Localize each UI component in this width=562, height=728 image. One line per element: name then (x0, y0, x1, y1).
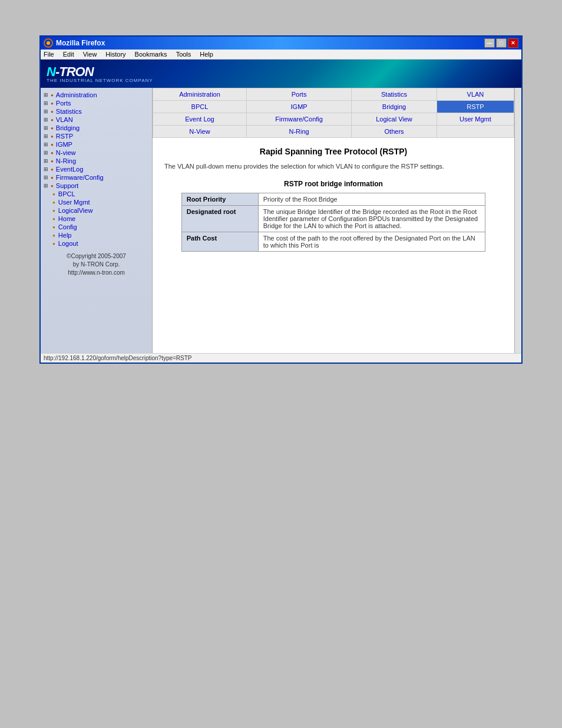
bullet-icon: ● (51, 101, 54, 106)
menu-history[interactable]: History (105, 51, 125, 58)
value-root-priority: Priority of the Root Bridge (258, 193, 485, 206)
value-designated-root: The unique Bridge Identifier of the Brid… (258, 206, 485, 232)
sidebar-item-logout[interactable]: ● Logout (41, 239, 152, 248)
logo: N-TRON THE INDUSTRIAL NETWORK COMPANY (47, 64, 153, 83)
nav-usermgmt[interactable]: User Mgmt (459, 116, 491, 123)
sidebar-link-bpcl[interactable]: BPCL (58, 190, 75, 197)
sidebar-item-support[interactable]: ⊞ ● Support (41, 182, 152, 190)
sidebar-link-nview[interactable]: N-view (56, 149, 76, 156)
title-bar: Mozilla Firefox — □ ✕ (41, 37, 521, 50)
plus-icon: ⊞ (44, 183, 48, 189)
status-bar: http://192.168.1.220/goform/helpDescript… (41, 353, 521, 363)
value-path-cost: The cost of the path to the root offered… (258, 232, 485, 252)
sidebar-item-bridging[interactable]: ⊞ ● Bridging (41, 124, 152, 132)
minimize-button[interactable]: — (484, 38, 495, 48)
nav-bridging[interactable]: Bridging (382, 103, 406, 110)
menu-tools[interactable]: Tools (176, 51, 191, 58)
plus-icon: ⊞ (44, 125, 48, 131)
close-button[interactable]: ✕ (508, 38, 518, 48)
menu-bookmarks[interactable]: Bookmarks (135, 51, 167, 58)
sidebar-item-administration[interactable]: ⊞ ● Administration (41, 91, 152, 99)
sidebar-link-firmware[interactable]: Firmware/Config (56, 174, 104, 181)
sidebar-link-config[interactable]: Config (58, 223, 77, 230)
nav-administration[interactable]: Administration (179, 91, 220, 98)
sidebar-item-ports[interactable]: ⊞ ● Ports (41, 99, 152, 107)
plus-icon: ⊞ (44, 141, 48, 147)
sidebar-link-eventlog[interactable]: EventLog (56, 166, 83, 173)
sidebar-link-bridging[interactable]: Bridging (56, 124, 80, 131)
plus-icon: ⊞ (44, 108, 48, 114)
nav-logicalview[interactable]: Logical View (376, 116, 412, 123)
bullet-icon: ● (51, 117, 54, 123)
nav-bpcl[interactable]: BPCL (191, 103, 209, 110)
sidebar-link-administration[interactable]: Administration (56, 91, 97, 98)
plus-icon: ⊞ (44, 117, 48, 123)
sidebar-link-ports[interactable]: Ports (56, 100, 71, 107)
plus-icon: ⊞ (44, 158, 48, 164)
sidebar-link-rstp[interactable]: RSTP (56, 133, 73, 140)
sidebar: ⊞ ● Administration ⊞ ● Ports ⊞ ● Statist… (41, 88, 153, 353)
nav-eventlog[interactable]: Event Log (185, 116, 214, 123)
sidebar-item-firmware[interactable]: ⊞ ● Firmware/Config (41, 173, 152, 182)
sidebar-link-nring[interactable]: N-Ring (56, 157, 76, 164)
bullet-icon: ● (51, 142, 54, 147)
sidebar-link-home[interactable]: Home (58, 215, 75, 222)
sidebar-link-usermgmt[interactable]: User Mgmt (58, 199, 90, 206)
sidebar-link-logout[interactable]: Logout (58, 240, 78, 247)
circle-icon: ● (52, 225, 55, 230)
sidebar-item-nring[interactable]: ⊞ ● N-Ring (41, 157, 152, 165)
menu-view[interactable]: View (83, 51, 97, 58)
table-row: Root Priority Priority of the Root Bridg… (181, 193, 485, 206)
bullet-icon: ● (51, 150, 54, 156)
menu-file[interactable]: File (44, 51, 54, 58)
browser-content: ⊞ ● Administration ⊞ ● Ports ⊞ ● Statist… (41, 88, 521, 353)
field-path-cost: Path Cost (181, 232, 258, 252)
logo-n: N (47, 64, 55, 79)
nav-statistics[interactable]: Statistics (381, 91, 407, 98)
sidebar-link-logicalview[interactable]: LogicalView (58, 207, 93, 214)
nav-vlan[interactable]: VLAN (467, 91, 484, 98)
sidebar-item-vlan[interactable]: ⊞ ● VLAN (41, 116, 152, 124)
maximize-button[interactable]: □ (496, 38, 507, 48)
nav-igmp[interactable]: IGMP (291, 103, 308, 110)
sidebar-link-help[interactable]: Help (58, 232, 72, 239)
sidebar-link-igmp[interactable]: IGMP (56, 141, 72, 148)
menu-bar: File Edit View History Bookmarks Tools H… (41, 50, 521, 60)
nav-nview[interactable]: N-View (189, 128, 210, 135)
title-bar-buttons: — □ ✕ (484, 38, 518, 48)
sidebar-item-usermgmt[interactable]: ● User Mgmt (41, 198, 152, 206)
sidebar-item-rstp[interactable]: ⊞ ● RSTP (41, 132, 152, 140)
sidebar-item-config[interactable]: ● Config (41, 223, 152, 231)
bullet-icon: ● (51, 159, 54, 164)
logo-tron: -TRON (55, 64, 94, 79)
scrollbar[interactable] (514, 88, 521, 353)
menu-edit[interactable]: Edit (63, 51, 74, 58)
plus-icon: ⊞ (44, 100, 48, 106)
content-description: The VLAN pull-down menu provides the sel… (164, 162, 503, 171)
sidebar-item-statistics[interactable]: ⊞ ● Statistics (41, 107, 152, 116)
plus-icon: ⊞ (44, 150, 48, 156)
sidebar-item-home[interactable]: ● Home (41, 215, 152, 223)
sidebar-item-logicalview[interactable]: ● LogicalView (41, 206, 152, 215)
table-row: Designated root The unique Bridge Identi… (181, 206, 485, 232)
sidebar-item-nview[interactable]: ⊞ ● N-view (41, 149, 152, 157)
sidebar-link-statistics[interactable]: Statistics (56, 108, 82, 115)
sidebar-link-vlan[interactable]: VLAN (56, 116, 73, 123)
sidebar-item-help[interactable]: ● Help (41, 231, 152, 239)
nav-ports[interactable]: Ports (292, 91, 307, 98)
bullet-icon: ● (51, 183, 54, 189)
sidebar-link-support[interactable]: Support (56, 182, 79, 189)
nav-nring[interactable]: N-Ring (289, 128, 309, 135)
nav-rstp[interactable]: RSTP (467, 103, 484, 110)
window-title: Mozilla Firefox (56, 39, 105, 47)
circle-icon: ● (52, 192, 55, 197)
logo-subtitle: THE INDUSTRIAL NETWORK COMPANY (47, 78, 153, 83)
menu-help[interactable]: Help (200, 51, 213, 58)
bullet-icon: ● (51, 93, 54, 98)
section-title: RSTP root bridge information (164, 180, 503, 188)
nav-others[interactable]: Others (385, 128, 404, 135)
sidebar-item-eventlog[interactable]: ⊞ ● EventLog (41, 165, 152, 173)
sidebar-item-bpcl[interactable]: ● BPCL (41, 190, 152, 198)
nav-firmware[interactable]: Firmware/Config (275, 116, 323, 123)
sidebar-item-igmp[interactable]: ⊞ ● IGMP (41, 140, 152, 149)
